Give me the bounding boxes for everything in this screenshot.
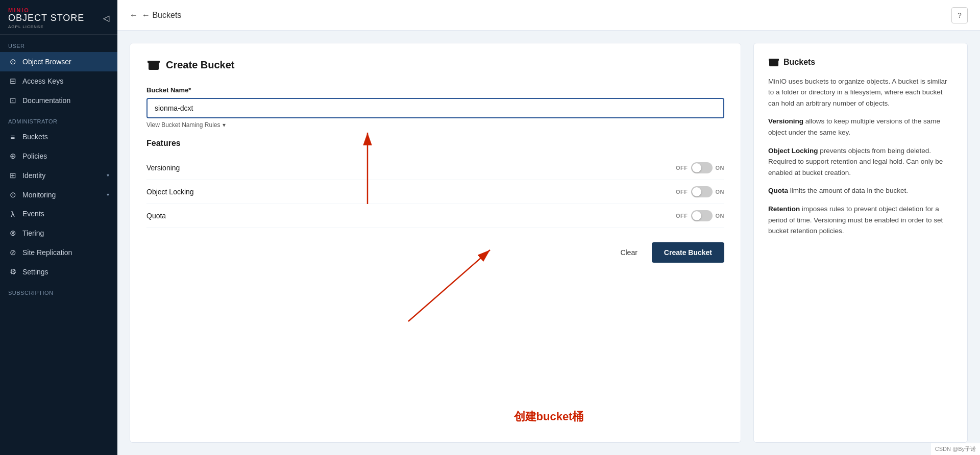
sidebar-item-label: Tiering	[22, 229, 109, 237]
versioning-on-label: ON	[716, 165, 725, 171]
info-panel-title-text: Buckets	[783, 56, 815, 69]
main-content: ← ← Buckets ? Create Bucket Bucket Name*…	[117, 0, 980, 455]
object-locking-toggle-thumb	[692, 187, 701, 196]
chevron-down-icon: ▾	[107, 172, 109, 178]
section-label-administrator: Administrator	[0, 110, 117, 128]
info-versioning: Versioning allows to keep multiple versi…	[768, 116, 953, 138]
sidebar-item-events[interactable]: λ Events	[0, 205, 117, 223]
object-locking-off-label: OFF	[676, 189, 688, 195]
help-button[interactable]: ?	[951, 7, 968, 23]
buckets-icon: ≡	[8, 133, 17, 141]
bucket-name-input[interactable]	[146, 98, 724, 118]
object-locking-on-label: ON	[716, 189, 725, 195]
sidebar-item-label: Site Replication	[22, 248, 109, 257]
section-label-user: User	[0, 35, 117, 52]
form-title-text: Create Bucket	[166, 59, 235, 71]
breadcrumb-buckets: ← Buckets	[142, 11, 181, 20]
object-locking-toggle[interactable]	[691, 186, 713, 197]
sidebar-item-label: Documentation	[22, 96, 109, 105]
logo-badge: AGPL LICENSE	[8, 24, 84, 29]
identity-icon: ⊞	[8, 171, 17, 180]
access-keys-icon: ⊟	[8, 77, 17, 86]
quota-row: Quota OFF ON	[146, 204, 724, 228]
csdn-bar: CSDN @By子诺	[931, 443, 980, 455]
sidebar-item-label: Buckets	[22, 133, 109, 141]
buckets-info-icon	[768, 57, 779, 68]
csdn-watermark: CSDN @By子诺	[935, 445, 976, 453]
sidebar-header: MINIO OBJECT STORE AGPL LICENSE ◁	[0, 0, 117, 35]
logo-area: MINIO OBJECT STORE AGPL LICENSE	[8, 7, 84, 29]
info-description: MinIO uses buckets to organize objects. …	[768, 76, 953, 109]
sidebar-item-settings[interactable]: ⚙ Settings	[0, 262, 117, 282]
sidebar-item-label: Policies	[22, 152, 109, 160]
section-label-subscription: Subscription	[0, 282, 117, 299]
info-panel: Buckets MinIO uses buckets to organize o…	[753, 43, 968, 443]
sidebar-item-label: Identity	[22, 171, 102, 180]
object-locking-row: Object Locking OFF ON	[146, 180, 724, 204]
topbar: ← ← Buckets ?	[117, 0, 980, 31]
sidebar-item-site-replication[interactable]: ⊘ Site Replication	[0, 243, 117, 262]
sidebar-item-label: Settings	[22, 268, 109, 276]
tiering-icon: ⊗	[8, 229, 17, 238]
sidebar-item-policies[interactable]: ⊕ Policies	[0, 146, 117, 166]
object-locking-toggle-container: OFF ON	[676, 186, 724, 197]
sidebar: MINIO OBJECT STORE AGPL LICENSE ◁ User ⊙…	[0, 0, 117, 455]
sidebar-item-object-browser[interactable]: ⊙ Object Browser	[0, 52, 117, 71]
retention-strong: Retention	[768, 205, 800, 213]
features-title: Features	[146, 139, 724, 148]
quota-strong: Quota	[768, 187, 788, 194]
form-panel-title: Create Bucket	[146, 58, 724, 72]
quota-label: Quota	[146, 212, 166, 220]
sidebar-item-tiering[interactable]: ⊗ Tiering	[0, 223, 117, 243]
object-browser-icon: ⊙	[8, 57, 17, 66]
bucket-form-icon	[146, 58, 161, 72]
versioning-toggle-thumb	[692, 163, 701, 172]
bucket-name-label: Bucket Name*	[146, 86, 724, 94]
quota-toggle[interactable]	[691, 210, 713, 221]
info-panel-title: Buckets	[768, 56, 953, 69]
create-bucket-form-panel: Create Bucket Bucket Name* View Bucket N…	[130, 43, 741, 443]
quota-desc: limits the amount of data in the bucket.	[790, 187, 908, 194]
quota-off-label: OFF	[676, 213, 688, 219]
object-locking-label: Object Locking	[146, 188, 194, 196]
sidebar-item-documentation[interactable]: ⊡ Documentation	[0, 91, 117, 110]
help-icon: ?	[958, 11, 962, 19]
monitoring-icon: ⊙	[8, 190, 17, 199]
documentation-icon: ⊡	[8, 96, 17, 105]
logo-title: OBJECT STORE	[8, 13, 84, 23]
naming-rules-link[interactable]: View Bucket Naming Rules ▾	[146, 121, 724, 129]
sidebar-item-label: Object Browser	[22, 58, 109, 66]
sidebar-item-buckets[interactable]: ≡ Buckets	[0, 128, 117, 146]
versioning-toggle[interactable]	[691, 162, 713, 173]
back-button[interactable]: ← ← Buckets	[130, 11, 181, 20]
versioning-row: Versioning OFF ON	[146, 156, 724, 180]
sidebar-collapse-button[interactable]: ◁	[103, 13, 109, 23]
quota-on-label: ON	[716, 213, 725, 219]
bucket-name-field: Bucket Name* View Bucket Naming Rules ▾	[146, 86, 724, 129]
info-object-locking: Object Locking prevents objects from bei…	[768, 145, 953, 179]
content-area: Create Bucket Bucket Name* View Bucket N…	[117, 31, 980, 455]
form-actions: Clear Create Bucket	[146, 242, 724, 263]
site-replication-icon: ⊘	[8, 248, 17, 257]
settings-icon: ⚙	[8, 267, 17, 276]
sidebar-item-identity[interactable]: ⊞ Identity ▾	[0, 166, 117, 185]
versioning-strong: Versioning	[768, 117, 803, 125]
versioning-toggle-container: OFF ON	[676, 162, 724, 173]
versioning-label: Versioning	[146, 164, 180, 172]
svg-rect-1	[148, 61, 160, 63]
quota-toggle-container: OFF ON	[676, 210, 724, 221]
chevron-down-icon: ▾	[107, 192, 109, 197]
svg-rect-0	[149, 62, 159, 70]
sidebar-item-label: Events	[22, 210, 109, 218]
clear-button[interactable]: Clear	[612, 243, 645, 262]
events-icon: λ	[8, 210, 17, 218]
object-locking-strong: Object Locking	[768, 147, 818, 155]
back-arrow-icon: ←	[130, 11, 138, 20]
versioning-off-label: OFF	[676, 165, 688, 171]
info-quota: Quota limits the amount of data in the b…	[768, 185, 953, 196]
sidebar-item-monitoring[interactable]: ⊙ Monitoring ▾	[0, 185, 117, 205]
info-retention: Retention imposes rules to prevent objec…	[768, 204, 953, 237]
quota-toggle-thumb	[692, 211, 701, 220]
sidebar-item-access-keys[interactable]: ⊟ Access Keys	[0, 71, 117, 91]
create-bucket-button[interactable]: Create Bucket	[652, 242, 724, 263]
